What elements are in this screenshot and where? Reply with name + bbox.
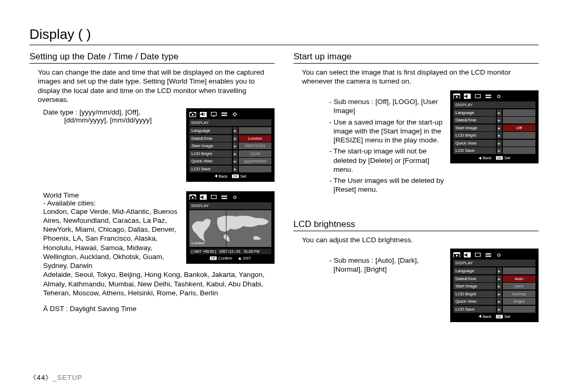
- svg-marker-25: [464, 94, 467, 98]
- svg-marker-16: [200, 195, 203, 199]
- section-date-time-title: Setting up the Date / Time / Date type: [29, 51, 275, 64]
- chevron-right-icon: ▶: [233, 135, 238, 142]
- dst-note: Ä DST : Daylight Saving Time: [43, 305, 275, 313]
- svg-point-31: [456, 254, 458, 256]
- section-lcd-title: LCD brightness: [293, 219, 539, 231]
- chevron-right-icon: ▶: [233, 166, 238, 172]
- section-startup-title: Start up image: [293, 51, 539, 64]
- startup-bullet-3: - The start-up image will not be deleted…: [329, 147, 447, 174]
- camera-tab-icon: [453, 252, 460, 257]
- svg-rect-7: [221, 115, 227, 116]
- svg-point-8: [234, 113, 236, 116]
- section-date-time-para: You can change the date and time that wi…: [38, 68, 275, 104]
- svg-rect-17: [211, 195, 217, 198]
- menu-footer-set: OKSet: [232, 174, 247, 179]
- menu-item-language: Language: [189, 127, 232, 134]
- svg-rect-26: [475, 94, 481, 97]
- camera-tab-icon: [189, 112, 196, 117]
- world-time-city: London: [191, 241, 205, 245]
- svg-point-2: [192, 114, 194, 116]
- svg-rect-33: [475, 253, 481, 256]
- gear-tab-icon: [495, 94, 502, 99]
- date-type-line2: [dd/mm/yyyy], [mm/dd/yyyy]: [64, 116, 183, 124]
- svg-point-20: [234, 196, 236, 199]
- lcd-bullet-1: - Sub menus : [Auto], [Dark], [Normal], …: [329, 256, 447, 274]
- section-startup-para: You can select the image that is ﬁrst di…: [302, 68, 539, 86]
- menu-value-bright: Bright: [503, 298, 535, 305]
- menu-tabbar: [453, 93, 535, 100]
- menu-header: DISPLAY: [189, 202, 271, 209]
- available-cities-label: - Available cities:: [43, 199, 183, 207]
- svg-rect-18: [221, 195, 227, 197]
- world-time-footer-dst: DST: [238, 256, 251, 261]
- settings-tab-icon: [221, 194, 228, 200]
- menu-item-datetime: Date&Time: [189, 135, 232, 142]
- camera-menu-startup: DISPLAY Language▶ Date&Time▶ Start Image…: [450, 90, 539, 164]
- display-tab-icon: [474, 94, 481, 99]
- camera-menu-lcd: DISPLAY Language▶ Date&Time▶Auto Start I…: [450, 249, 539, 322]
- gear-tab-icon: [495, 252, 502, 257]
- menu-value-format: yyyy/mm/dd: [239, 158, 271, 164]
- menu-tabbar: [189, 194, 271, 201]
- menu-header: DISPLAY: [453, 260, 535, 266]
- svg-marker-3: [200, 112, 203, 117]
- menu-item-lcdbright: LCD Bright: [189, 150, 232, 157]
- menu-tabbar: [453, 251, 535, 258]
- camera-tab-icon: [453, 94, 460, 99]
- svg-rect-28: [485, 97, 491, 98]
- menu-tabbar: [189, 111, 271, 118]
- menu-value-date: 2007/12/01: [239, 142, 271, 149]
- camera-tab-icon: [189, 194, 196, 200]
- menu-value-city: London: [239, 135, 271, 142]
- display-tab-icon: [210, 194, 217, 200]
- camera-world-time-screen: DISPLAY London [ GMT +00:00: [186, 191, 275, 264]
- gear-tab-icon: [231, 194, 238, 200]
- chevron-right-icon: ▶: [233, 142, 238, 149]
- left-column: Setting up the Date / Time / Date type Y…: [29, 49, 275, 327]
- menu-value-auto: Auto: [503, 275, 535, 282]
- chevron-right-icon: ▶: [233, 127, 238, 134]
- gear-tab-icon: [231, 112, 238, 117]
- svg-rect-1: [191, 112, 194, 114]
- svg-rect-34: [485, 253, 491, 254]
- menu-item-startimage: Start Image: [189, 142, 232, 149]
- camera-menu-date-time: DISPLAY Language▶ Date&Time▶London Start…: [186, 108, 275, 182]
- menu-header: DISPLAY: [189, 119, 271, 126]
- section-lcd-para: You can adjust the LCD brightness.: [302, 235, 539, 244]
- sound-tab-icon: [464, 94, 471, 99]
- menu-value-startup-off: Off: [503, 125, 535, 131]
- page-number: 《44》: [29, 374, 53, 381]
- menu-item-lcdsave: LCD Save: [189, 166, 232, 172]
- display-tab-icon: [474, 252, 481, 257]
- chevron-right-icon: ▶: [233, 158, 238, 164]
- sound-tab-icon: [200, 194, 207, 200]
- startup-bullet-2: - Use a saved image for the start-up ima…: [329, 118, 447, 145]
- svg-rect-27: [485, 95, 491, 96]
- svg-rect-5: [212, 116, 215, 117]
- world-map: London: [189, 210, 271, 247]
- world-time-infobar: [ GMT +00:00 ] 2007 /12 / 01 01:00 PM: [189, 249, 271, 254]
- display-tab-icon: [210, 112, 217, 117]
- menu-header: DISPLAY: [453, 101, 535, 108]
- menu-item-quickview: Quick View: [189, 158, 232, 164]
- svg-rect-4: [211, 112, 217, 116]
- svg-marker-32: [464, 253, 467, 257]
- svg-point-36: [498, 254, 500, 256]
- svg-rect-19: [221, 198, 227, 199]
- settings-tab-icon: [485, 94, 492, 99]
- footer-section: _SETUP: [53, 374, 83, 381]
- startup-bullet-1: - Sub menus : [Off], [LOGO], [User Image…: [329, 97, 447, 116]
- menu-footer-back: Back: [215, 174, 228, 179]
- page-footer: 《44》_SETUP: [29, 373, 83, 383]
- world-time-label: World Time: [43, 191, 183, 199]
- svg-point-15: [192, 197, 194, 198]
- menu-value-dark: Dark: [503, 283, 535, 290]
- page-title: Display ( ): [29, 26, 539, 45]
- available-cities-rest: Adelaide, Seoul, Tokyo, Beijing, Hong Ko…: [43, 270, 275, 297]
- menu-value-time: 13:00: [239, 150, 271, 157]
- svg-point-29: [498, 95, 500, 98]
- world-time-footer-confirm: OKConfirm: [210, 256, 232, 261]
- chevron-right-icon: ▶: [233, 150, 238, 157]
- svg-rect-14: [191, 195, 194, 196]
- menu-value-normal: Normal: [503, 291, 535, 297]
